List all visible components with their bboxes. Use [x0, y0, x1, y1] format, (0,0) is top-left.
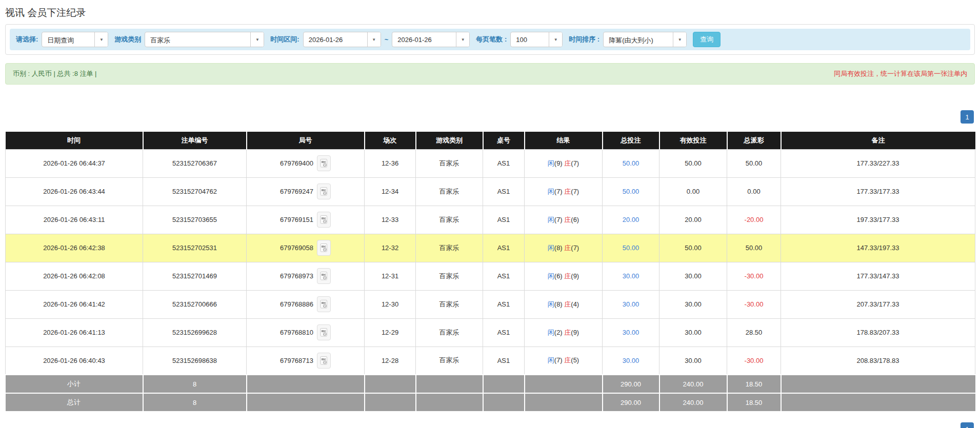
view-video-button[interactable] [317, 353, 331, 369]
cell-total-bet: 30.00 [603, 262, 659, 290]
chevron-down-icon[interactable]: ▼ [673, 32, 686, 47]
cell-game-type: 百家乐 [416, 149, 483, 177]
video-record-icon [320, 187, 328, 196]
view-video-button[interactable] [317, 184, 331, 199]
date-to-input[interactable]: 2026-01-26 ▼ [392, 32, 470, 47]
result-player-points: (2) [554, 329, 563, 336]
game-type-select[interactable]: 百家乐 ▼ [145, 32, 264, 47]
chevron-down-icon[interactable]: ▼ [94, 32, 108, 47]
filter-bar: 请选择: 日期查询 ▼ 游戏类别 百家乐 ▼ 时间区间: 2026-01-26 … [10, 29, 970, 50]
total-bet-link[interactable]: 50.00 [623, 188, 639, 195]
view-video-button[interactable] [317, 268, 331, 284]
view-video-button[interactable] [317, 212, 331, 228]
total-bet-link[interactable]: 50.00 [623, 244, 639, 252]
result-player-points: (9) [554, 159, 563, 167]
cell-session: 12-31 [365, 262, 416, 290]
view-video-button[interactable] [317, 240, 331, 256]
column-header: 场次 [365, 132, 416, 149]
query-type-select[interactable]: 日期查询 ▼ [42, 32, 108, 47]
result-player: 闲 [548, 356, 554, 364]
table-row: 2026-01-26 06:42:38523152702531679769058… [6, 234, 975, 262]
time-sort-label: 时间排序 : [569, 35, 599, 44]
table-row: 2026-01-26 06:41:42523152700666679768886… [6, 290, 975, 318]
summary-bar: 币别 : 人民币 | 总共 :8 注单 | 同局有效投注，统一计算在该局第一张注… [5, 63, 975, 85]
page-button[interactable]: 1 [961, 110, 974, 124]
page-size-label: 每页笔数 : [476, 35, 507, 44]
cell-session: 12-30 [365, 290, 416, 318]
view-video-button[interactable] [317, 296, 331, 312]
cell-table-number: AS1 [483, 177, 525, 206]
cell-result: 闲(7) 庄(7) [525, 177, 603, 206]
game-type-value: 百家乐 [145, 32, 250, 47]
view-video-button[interactable] [317, 324, 331, 340]
cell-round-number: 679768810 [247, 318, 365, 347]
total-bet-link[interactable]: 30.00 [623, 300, 639, 308]
chevron-down-icon[interactable]: ▼ [367, 32, 381, 47]
cell-table-number: AS1 [483, 318, 525, 347]
cell-valid-bet: 30.00 [659, 262, 727, 290]
cell-result: 闲(9) 庄(7) [525, 149, 603, 177]
date-from-value: 2026-01-26 [304, 32, 367, 47]
search-button[interactable]: 查询 [693, 32, 721, 47]
cell-round-number: 679768713 [247, 347, 365, 375]
view-video-button[interactable] [317, 155, 331, 171]
page-button[interactable]: 1 [961, 422, 974, 428]
time-sort-select[interactable]: 降冪(由大到小) ▼ [603, 32, 687, 47]
cell-remark: 177.33/227.33 [781, 149, 975, 177]
total-bet-link[interactable]: 30.00 [623, 272, 639, 280]
footer-count: 8 [143, 393, 247, 412]
round-number-text: 679769151 [280, 216, 313, 223]
grand-total-row: 总计8290.00240.0018.50 [6, 393, 975, 412]
cell-total-bet: 30.00 [603, 290, 659, 318]
table-row: 2026-01-26 06:40:43523152698638679768713… [6, 347, 975, 375]
footer-payout: 18.50 [727, 375, 781, 393]
video-record-icon [320, 328, 328, 337]
result-player: 闲 [548, 272, 554, 280]
cell-result: 闲(7) 庄(6) [525, 206, 603, 234]
cell-payout: -30.00 [727, 347, 781, 375]
currency-total-text: 币别 : 人民币 | 总共 :8 注单 | [13, 69, 97, 78]
page-title: 视讯 会员下注纪录 [0, 0, 980, 24]
result-banker: 庄 [564, 188, 571, 195]
cell-time: 2026-01-26 06:44:37 [6, 149, 143, 177]
cell-bet-number: 523152704762 [143, 177, 247, 206]
cell-table-number: AS1 [483, 149, 525, 177]
result-player-points: (8) [554, 244, 563, 252]
video-record-icon [320, 215, 328, 224]
cell-bet-number: 523152703655 [143, 206, 247, 234]
date-to-value: 2026-01-26 [392, 32, 456, 47]
result-player-points: (8) [554, 300, 563, 308]
cell-result: 闲(8) 庄(7) [525, 234, 603, 262]
footer-empty [247, 375, 365, 393]
total-bet-link[interactable]: 50.00 [623, 159, 639, 167]
cell-bet-number: 523152700666 [143, 290, 247, 318]
result-banker: 庄 [564, 300, 571, 308]
footer-empty [483, 375, 525, 393]
cell-remark: 147.33/197.33 [781, 234, 975, 262]
column-header: 局号 [247, 132, 365, 149]
round-number-text: 679768810 [280, 329, 313, 336]
footer-empty [525, 375, 603, 393]
chevron-down-icon[interactable]: ▼ [456, 32, 469, 47]
cell-payout: -20.00 [727, 206, 781, 234]
cell-remark: 207.33/177.33 [781, 290, 975, 318]
page-size-select[interactable]: 100 ▼ [510, 32, 563, 47]
result-banker-points: (9) [571, 272, 579, 280]
total-bet-link[interactable]: 30.00 [623, 329, 639, 336]
cell-total-bet: 50.00 [603, 234, 659, 262]
video-record-icon [320, 159, 328, 168]
total-bet-link[interactable]: 30.00 [623, 357, 639, 364]
cell-session: 12-36 [365, 149, 416, 177]
round-number-text: 679768713 [280, 357, 313, 364]
video-record-icon [320, 243, 328, 252]
total-bet-link[interactable]: 20.00 [623, 216, 639, 223]
cell-session: 12-32 [365, 234, 416, 262]
cell-time: 2026-01-26 06:41:13 [6, 318, 143, 347]
cell-remark: 177.33/177.33 [781, 177, 975, 206]
chevron-down-icon[interactable]: ▼ [250, 32, 264, 47]
query-type-label: 请选择: [16, 35, 38, 44]
cell-valid-bet: 50.00 [659, 149, 727, 177]
chevron-down-icon[interactable]: ▼ [549, 32, 562, 47]
pagination-bottom: 1 [6, 422, 974, 428]
date-from-input[interactable]: 2026-01-26 ▼ [303, 32, 381, 47]
